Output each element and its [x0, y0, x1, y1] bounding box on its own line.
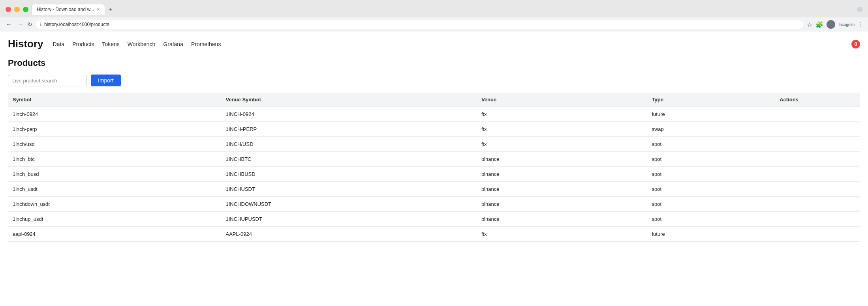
- table-row: 1inchup_usdt 1INCHUPUSDT binance spot: [8, 212, 860, 227]
- menu-button[interactable]: ⋮: [858, 21, 864, 28]
- url-text: history.localhost:4000/products: [44, 22, 799, 27]
- controls-row: Import: [8, 75, 860, 86]
- products-table: Symbol Venue Symbol Venue Type Actions 1…: [8, 93, 860, 242]
- cell-venue: binance: [477, 212, 647, 227]
- address-bar[interactable]: ℹ history.localhost:4000/products: [35, 20, 804, 29]
- app-content: History Data Products Tokens Workbench G…: [0, 32, 868, 248]
- cell-actions: [775, 212, 860, 227]
- cell-actions: [775, 227, 860, 242]
- cell-venue: ftx: [477, 137, 647, 152]
- cell-symbol: 1inch_btc: [8, 152, 221, 167]
- cell-type: spot: [647, 212, 775, 227]
- lock-icon: ℹ: [40, 22, 42, 27]
- cell-actions: [775, 152, 860, 167]
- cell-type: spot: [647, 197, 775, 212]
- refresh-button[interactable]: ↻: [28, 21, 32, 28]
- cell-venue-symbol: 1INCHBTC: [221, 152, 477, 167]
- window-maximize-button[interactable]: [23, 7, 28, 12]
- profile-button[interactable]: [827, 20, 835, 29]
- active-tab[interactable]: History · Download and w... ✕: [32, 4, 105, 15]
- nav-link-workbench[interactable]: Workbench: [128, 41, 156, 47]
- cell-symbol: 1inch/usd: [8, 137, 221, 152]
- nav-link-products[interactable]: Products: [72, 41, 94, 47]
- cell-symbol: 1inch_usdt: [8, 182, 221, 197]
- table-row: 1inch_btc 1INCHBTC binance spot: [8, 152, 860, 167]
- cell-type: future: [647, 227, 775, 242]
- cell-type: spot: [647, 152, 775, 167]
- incognito-icon: [857, 7, 862, 12]
- window-minimize-button[interactable]: [14, 7, 20, 12]
- cell-venue-symbol: 1INCH-PERP: [221, 122, 477, 137]
- cell-symbol: 1inchdown_usdt: [8, 197, 221, 212]
- cell-venue-symbol: 1INCHUPUSDT: [221, 212, 477, 227]
- cell-symbol: 1inch_busd: [8, 167, 221, 182]
- bookmark-button[interactable]: ☆: [807, 21, 812, 28]
- col-header-venue: Venue: [477, 93, 647, 107]
- cell-venue: ftx: [477, 122, 647, 137]
- extensions-button[interactable]: 🧩: [815, 21, 823, 28]
- table-row: aapl-0924 AAPL-0924 ftx future: [8, 227, 860, 242]
- cell-symbol: aapl-0924: [8, 227, 221, 242]
- nav-link-prometheus[interactable]: Prometheus: [191, 41, 221, 47]
- search-input[interactable]: [8, 75, 87, 86]
- table-row: 1inch-perp 1INCH-PERP ftx swap: [8, 122, 860, 137]
- tab-title: History · Download and w...: [37, 7, 94, 12]
- tab-bar: History · Download and w... ✕ +: [32, 4, 115, 15]
- cell-actions: [775, 137, 860, 152]
- browser-chrome: History · Download and w... ✕ +: [0, 0, 868, 17]
- table-row: 1inch_usdt 1INCHUSDT binance spot: [8, 182, 860, 197]
- cell-venue: binance: [477, 152, 647, 167]
- browser-actions: ☆ 🧩 Incognito ⋮: [807, 20, 864, 29]
- cell-venue: binance: [477, 167, 647, 182]
- cell-symbol: 1inch-perp: [8, 122, 221, 137]
- import-button[interactable]: Import: [91, 75, 121, 86]
- cell-type: spot: [647, 182, 775, 197]
- cell-venue: ftx: [477, 227, 647, 242]
- cell-venue-symbol: AAPL-0924: [221, 227, 477, 242]
- nav-badge: 0: [851, 40, 860, 49]
- table-body: 1inch-0924 1INCH-0924 ftx future 1inch-p…: [8, 107, 860, 242]
- top-nav: History Data Products Tokens Workbench G…: [8, 38, 860, 50]
- cell-type: spot: [647, 167, 775, 182]
- table-row: 1inch/usd 1INCH/USD ftx spot: [8, 137, 860, 152]
- cell-type: future: [647, 107, 775, 122]
- tab-close-button[interactable]: ✕: [96, 7, 100, 12]
- table-header: Symbol Venue Symbol Venue Type Actions: [8, 93, 860, 107]
- col-header-actions: Actions: [775, 93, 860, 107]
- window-close-button[interactable]: [6, 7, 11, 12]
- cell-venue-symbol: 1INCH-0924: [221, 107, 477, 122]
- back-button[interactable]: ←: [4, 20, 13, 29]
- cell-actions: [775, 197, 860, 212]
- cell-venue-symbol: 1INCHDOWNUSDT: [221, 197, 477, 212]
- cell-venue-symbol: 1INCH/USD: [221, 137, 477, 152]
- table-row: 1inchdown_usdt 1INCHDOWNUSDT binance spo…: [8, 197, 860, 212]
- cell-symbol: 1inchup_usdt: [8, 212, 221, 227]
- cell-venue-symbol: 1INCHUSDT: [221, 182, 477, 197]
- cell-actions: [775, 182, 860, 197]
- cell-venue-symbol: 1INCHBUSD: [221, 167, 477, 182]
- nav-link-tokens[interactable]: Tokens: [102, 41, 119, 47]
- incognito-label: Incognito: [838, 22, 855, 27]
- cell-venue: binance: [477, 182, 647, 197]
- col-header-venue-symbol: Venue Symbol: [221, 93, 477, 107]
- cell-actions: [775, 122, 860, 137]
- cell-type: spot: [647, 137, 775, 152]
- col-header-type: Type: [647, 93, 775, 107]
- page-title: Products: [8, 58, 860, 68]
- col-header-symbol: Symbol: [8, 93, 221, 107]
- cell-venue: binance: [477, 197, 647, 212]
- cell-symbol: 1inch-0924: [8, 107, 221, 122]
- browser-toolbar: ← → ↻ ℹ history.localhost:4000/products …: [0, 17, 868, 32]
- nav-links: Data Products Tokens Workbench Grafana P…: [53, 41, 221, 47]
- cell-type: swap: [647, 122, 775, 137]
- table-row: 1inch_busd 1INCHBUSD binance spot: [8, 167, 860, 182]
- nav-link-grafana[interactable]: Grafana: [163, 41, 183, 47]
- nav-link-data[interactable]: Data: [53, 41, 65, 47]
- cell-actions: [775, 167, 860, 182]
- cell-actions: [775, 107, 860, 122]
- nav-brand: History: [8, 38, 43, 50]
- table-row: 1inch-0924 1INCH-0924 ftx future: [8, 107, 860, 122]
- new-tab-button[interactable]: +: [106, 4, 114, 15]
- cell-venue: ftx: [477, 107, 647, 122]
- forward-button[interactable]: →: [16, 20, 25, 29]
